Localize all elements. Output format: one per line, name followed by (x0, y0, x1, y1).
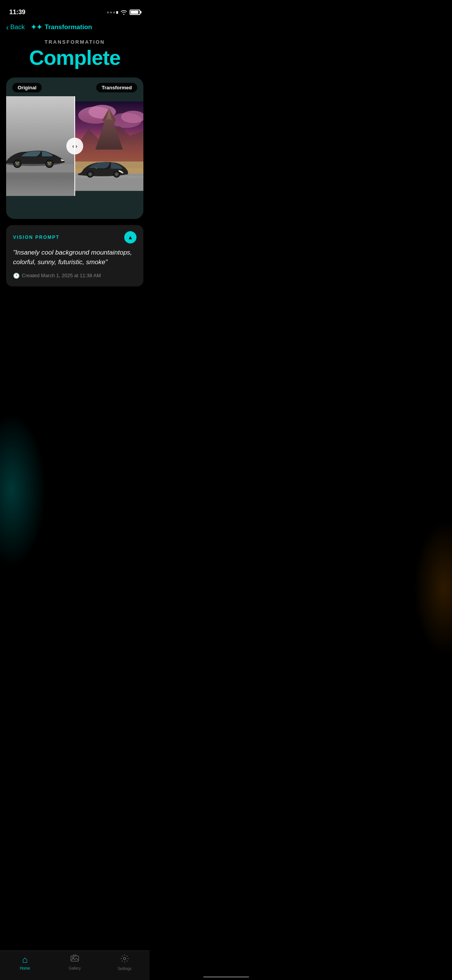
heading-sub: TRANSFORMATION (0, 39, 150, 45)
battery-icon (130, 10, 140, 15)
card-bottom (6, 196, 143, 219)
back-button[interactable]: ‹ Back (6, 23, 25, 31)
chevron-up-icon: ▲ (128, 234, 133, 240)
transformed-label: Transformed (96, 83, 137, 92)
status-bar: 11:39 (0, 0, 150, 19)
vision-header: VISION PROMPT ▲ (13, 231, 136, 243)
labels-row: Original Transformed (6, 77, 143, 96)
svg-point-23 (89, 173, 92, 176)
svg-rect-8 (61, 161, 62, 162)
nav-title: ✦✦ Transformation (31, 23, 92, 31)
nav-title-text: Transformation (44, 23, 92, 31)
collapse-button[interactable]: ▲ (124, 231, 136, 243)
back-chevron-icon: ‹ (6, 23, 9, 31)
back-label: Back (10, 23, 25, 31)
original-label: Original (12, 83, 42, 92)
vision-prompt-card: VISION PROMPT ▲ "Insanely cool backgroun… (6, 225, 143, 286)
clock-icon: 🕐 (13, 273, 20, 279)
image-compare[interactable]: ‹ › (6, 96, 143, 196)
page-heading: TRANSFORMATION Complete (0, 35, 150, 72)
status-time: 11:39 (9, 8, 25, 16)
sparkle-icon: ✦✦ (31, 23, 42, 31)
comparison-card: Original Transformed (6, 77, 143, 219)
created-label: Created March 1, 2025 at 11:38 AM (22, 273, 101, 278)
vision-prompt-label: VISION PROMPT (13, 235, 59, 240)
transformed-image (75, 96, 143, 196)
status-icons (107, 10, 140, 15)
svg-rect-17 (75, 176, 143, 178)
vision-quote-text: "Insanely cool background mountaintops, … (13, 248, 136, 267)
signal-dots-icon (107, 11, 118, 14)
wifi-icon (120, 10, 127, 15)
heading-main: Complete (0, 46, 150, 69)
nav-bar: ‹ Back ✦✦ Transformation (0, 19, 150, 35)
compare-handle[interactable]: ‹ › (66, 138, 83, 155)
svg-point-20 (115, 173, 118, 176)
vision-created: 🕐 Created March 1, 2025 at 11:38 AM (13, 273, 136, 279)
original-image (6, 96, 75, 196)
